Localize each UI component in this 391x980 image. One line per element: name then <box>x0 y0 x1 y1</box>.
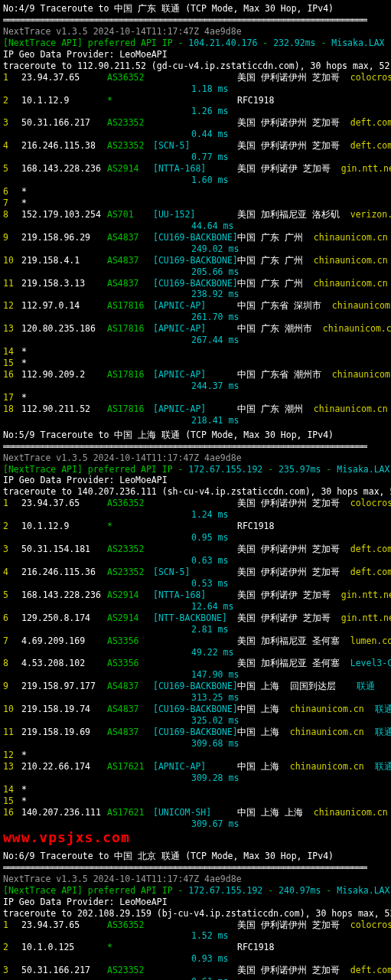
hop-number: 14 <box>3 346 21 358</box>
hop-star: * <box>21 186 27 197</box>
hop-number: 8 <box>3 209 21 220</box>
hop-ip: 210.22.66.174 <box>21 761 107 773</box>
hop-geo: 美国 加利福尼亚 圣何塞 <box>237 635 350 646</box>
hop-rtt: 218.41 ms <box>191 415 388 426</box>
hop-tag: [NTTA-168] <box>153 590 237 601</box>
hop-tag: [APNIC-AP] <box>153 403 237 415</box>
hop-rtt: 147.90 ms <box>191 669 388 681</box>
hop-rtt: 0.95 ms <box>191 532 388 544</box>
hop-org: chinaunicom.cn <box>290 727 364 737</box>
hop-asn: AS701 <box>107 209 153 220</box>
hop-number: 14 <box>3 784 21 795</box>
hop-asn: AS36352 <box>107 72 153 83</box>
hop-star: * <box>21 358 27 368</box>
hop-asn: AS36352 <box>107 920 153 931</box>
hop-row: 15* <box>3 795 388 807</box>
hop-extra: 联通 <box>364 761 391 772</box>
hop-rtt: 0.93 ms <box>191 953 388 965</box>
hop-geo: 中国 上海 上海 <box>237 807 314 818</box>
hop-row: 8152.179.103.254AS701[UU-152]美国 加利福尼亚 洛杉… <box>3 209 388 220</box>
hop-geo: 美国 伊利诺伊州 芝加哥 <box>237 920 350 930</box>
hop-asn: AS4837 <box>107 704 153 715</box>
hop-tag: [NTTA-168] <box>153 163 237 175</box>
hop-asn: AS23352 <box>107 140 153 152</box>
hop-ip: 23.94.37.65 <box>21 498 107 509</box>
hop-tag: [APNIC-AP] <box>153 761 237 773</box>
hop-ip: 112.90.211.52 <box>21 403 107 415</box>
hop-rtt: 205.66 ms <box>191 266 388 278</box>
hop-row: 210.1.0.125*RFC1918 <box>3 942 388 953</box>
version-line: NextTrace v1.3.5 2024-10-14T11:17:47Z 4a… <box>3 452 388 464</box>
hop-row: 10219.158.4.1AS4837[CU169-BACKBONE]中国 广东… <box>3 255 388 266</box>
hop-number: 7 <box>3 198 21 209</box>
terminal-output: No:4/9 Traceroute to 中国 广东 联通 (TCP Mode,… <box>3 3 388 980</box>
hop-tag: [APNIC-AP] <box>153 323 237 335</box>
hop-number: 3 <box>3 544 21 555</box>
hop-rtt: 0.77 ms <box>191 152 388 163</box>
hop-geo: 中国 广东 广州 <box>237 255 314 266</box>
hop-number: 16 <box>3 807 21 818</box>
hop-number: 16 <box>3 369 21 381</box>
hop-number: 18 <box>3 403 21 415</box>
hop-geo: 中国 广东 广州 <box>237 278 314 289</box>
provider-line: IP Geo Data Provider: LeoMoeAPI <box>3 475 388 486</box>
hop-tag: [SCN-5] <box>153 140 237 152</box>
hop-rtt: 267.44 ms <box>191 335 388 346</box>
hop-org: verizon.com <box>350 209 391 220</box>
hop-ip: 140.207.236.111 <box>21 807 107 818</box>
hop-org: chinaunicom.cn <box>314 403 388 414</box>
hop-geo: 美国 加利福尼亚 圣何塞 <box>237 658 350 668</box>
hop-number: 13 <box>3 323 21 335</box>
hop-extra: 联通 <box>364 727 391 737</box>
hop-org: gin.ntt.net <box>341 590 391 600</box>
hop-ip: 219.158.4.1 <box>21 255 107 266</box>
hop-rtt: 0.63 ms <box>191 555 388 567</box>
hop-geo: 美国 加利福尼亚 洛杉矶 <box>237 209 350 220</box>
hop-org: chinaunicom.cn <box>314 255 388 266</box>
watermark: www.vpsjxs.com <box>3 830 388 848</box>
hop-star: * <box>21 198 27 208</box>
target-line: traceroute to 202.108.29.159 (bj-cu-v4.i… <box>3 908 388 920</box>
hop-rtt: 309.67 ms <box>191 818 388 830</box>
divider: ════════════════════════════════════════… <box>3 862 388 874</box>
hop-extra: 联通 <box>364 704 391 714</box>
hop-org: gin.ntt.net <box>341 163 391 174</box>
provider-line: IP Geo Data Provider: LeoMoeAPI <box>3 897 388 908</box>
hop-org: deft.com <box>350 140 391 151</box>
hop-number: 3 <box>3 965 21 976</box>
hop-rtt: 2.81 ms <box>191 624 388 635</box>
hop-geo: 中国 上海 <box>237 704 290 714</box>
hop-row: 350.31.166.217AS23352美国 伊利诺伊州 芝加哥 deft.c… <box>3 965 388 976</box>
hop-ip: 168.143.228.236 <box>21 590 107 601</box>
hop-ip: 216.246.115.36 <box>21 567 107 578</box>
hop-ip: 219.158.97.177 <box>21 681 107 692</box>
hop-geo: 美国 伊利诺伊 芝加哥 <box>237 163 341 174</box>
divider: ════════════════════════════════════════… <box>3 15 388 26</box>
hop-number: 4 <box>3 567 21 578</box>
hop-star: * <box>21 795 27 806</box>
hop-asn: AS17816 <box>107 323 153 335</box>
hop-row: 12* <box>3 750 388 761</box>
hop-asn: AS17621 <box>107 807 153 818</box>
target-line: traceroute to 112.90.211.52 (gd-cu-v4.ip… <box>3 60 388 72</box>
hop-number: 17 <box>3 392 21 403</box>
version-line: NextTrace v1.3.5 2024-10-14T11:17:47Z 4a… <box>3 874 388 885</box>
hop-geo: 美国 伊利诺伊州 芝加哥 <box>237 498 350 508</box>
api-line: [NextTrace API] preferred API IP - 172.6… <box>3 885 388 897</box>
hop-row: 210.1.12.9*RFC1918 <box>3 95 388 106</box>
hop-tag: [CU169-BACKBONE] <box>153 681 237 692</box>
hop-row: 11219.158.3.13AS4837[CU169-BACKBONE]中国 广… <box>3 278 388 289</box>
hop-number: 9 <box>3 681 21 692</box>
hop-rtt: 1.18 ms <box>191 83 388 95</box>
hop-asn: AS17816 <box>107 369 153 381</box>
hop-row: 350.31.154.181AS23352美国 伊利诺伊州 芝加哥 deft.c… <box>3 544 388 555</box>
hop-row: 74.69.209.169AS3356美国 加利福尼亚 圣何塞 lumen.co… <box>3 635 388 647</box>
hop-number: 11 <box>3 278 21 289</box>
hop-tag: [CU169-BACKBONE] <box>153 232 237 243</box>
hop-asn: AS2914 <box>107 590 153 601</box>
hop-row: 18112.90.211.52AS17816[APNIC-AP]中国 广东 潮州… <box>3 403 388 415</box>
hop-row: 16140.207.236.111AS17621[UNICOM-SH]中国 上海… <box>3 807 388 818</box>
hop-asn: * <box>107 942 153 953</box>
hop-rtt: 44.64 ms <box>191 220 388 232</box>
hop-extra: 联通 <box>388 278 391 289</box>
